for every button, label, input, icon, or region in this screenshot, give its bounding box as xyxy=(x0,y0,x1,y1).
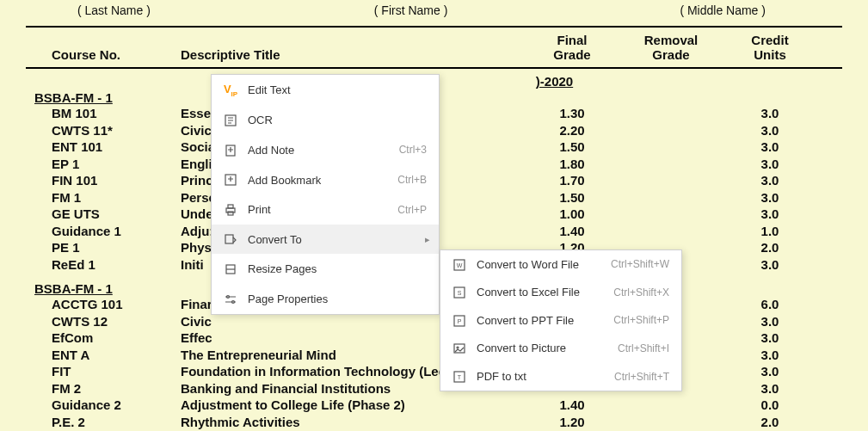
cell-course: Guidance 1 xyxy=(26,223,181,240)
cell-removal xyxy=(619,414,723,431)
menu-shortcut: Ctrl+Shift+T xyxy=(614,371,669,383)
cell-removal xyxy=(619,105,723,122)
submenu-word[interactable]: W Convert to Word File Ctrl+Shift+W xyxy=(440,250,681,279)
name-row: ( Last Name ) ( First Name ) ( Middle Na… xyxy=(26,0,842,26)
menu-resize-pages[interactable]: Resize Pages xyxy=(212,254,439,284)
menu-shortcut: Ctrl+P xyxy=(397,204,427,216)
cell-final: 1.50 xyxy=(525,139,619,156)
picture-icon xyxy=(449,342,470,356)
ocr-icon xyxy=(220,114,241,128)
header-title: Descriptive Title xyxy=(181,47,525,62)
cell-credit: 3.0 xyxy=(723,139,817,156)
cell-credit: 1.0 xyxy=(723,223,817,240)
cell-course: CWTS 12 xyxy=(26,313,181,330)
cell-course: Guidance 2 xyxy=(26,397,181,414)
cell-final: 1.40 xyxy=(525,223,619,240)
menu-label: Edit Text xyxy=(248,83,430,96)
submenu-txt[interactable]: T PDF to txt Ctrl+Shift+T xyxy=(440,362,681,391)
menu-label: Print xyxy=(248,203,397,216)
menu-shortcut: Ctrl+Shift+W xyxy=(611,258,669,270)
cell-course: FIN 101 xyxy=(26,172,181,189)
cell-credit: 3.0 xyxy=(723,206,817,223)
svg-point-17 xyxy=(457,347,459,348)
menu-label: Convert to Word File xyxy=(477,258,611,271)
menu-print[interactable]: Print Ctrl+P xyxy=(212,194,439,225)
menu-shortcut: Ctrl+Shift+P xyxy=(613,314,669,326)
cell-course: FM 2 xyxy=(26,380,181,397)
cell-final: 1.50 xyxy=(525,189,619,206)
cell-final: 1.00 xyxy=(525,206,619,223)
word-icon: W xyxy=(449,257,470,272)
cell-credit: 2.0 xyxy=(723,414,817,431)
cell-removal xyxy=(619,189,723,206)
table-row: P.E. 2Rhythmic Activities1.202.0 xyxy=(26,414,842,431)
menu-shortcut: Ctrl+Shift+I xyxy=(618,342,669,354)
cell-credit: 0.0 xyxy=(723,397,817,414)
cell-removal xyxy=(619,156,723,173)
excel-icon: S xyxy=(449,286,470,300)
menu-shortcut: Ctrl+Shift+X xyxy=(613,286,669,299)
cell-final: 1.30 xyxy=(525,105,619,122)
cell-credit: 3.0 xyxy=(723,156,817,173)
menu-label: Convert To xyxy=(248,233,420,246)
menu-label: Resize Pages xyxy=(248,262,430,275)
header-final: FinalGrade xyxy=(525,33,619,62)
context-menu: VIP Edit Text OCR Add Note Ctrl+3 Add Bo… xyxy=(211,74,440,315)
submenu-ppt[interactable]: P Convert to PPT File Ctrl+Shift+P xyxy=(440,306,681,335)
cell-credit: 2.0 xyxy=(723,239,817,256)
menu-add-bookmark[interactable]: Add Bookmark Ctrl+B xyxy=(212,165,439,195)
cell-credit: 6.0 xyxy=(723,296,817,313)
cell-final: 1.70 xyxy=(525,172,619,189)
menu-label: PDF to txt xyxy=(477,370,614,383)
txt-icon: T xyxy=(449,369,470,384)
cell-course: ENT A xyxy=(26,347,181,364)
cell-removal xyxy=(619,122,723,139)
svg-text:S: S xyxy=(458,290,462,296)
svg-rect-4 xyxy=(228,205,233,208)
cell-removal xyxy=(619,223,723,240)
cell-course: ACCTG 101 xyxy=(26,296,181,313)
cell-title: Rhythmic Activities xyxy=(181,414,525,431)
menu-convert-to[interactable]: Convert To ▸ xyxy=(212,225,439,255)
menu-page-properties[interactable]: Page Properties xyxy=(212,284,439,314)
menu-label: Add Bookmark xyxy=(248,174,397,187)
cell-credit: 3.0 xyxy=(723,189,817,206)
header-credit: CreditUnits xyxy=(723,33,817,62)
first-name-label: ( First Name ) xyxy=(374,3,448,17)
table-row: Guidance 2Adjustment to College Life (Ph… xyxy=(26,397,842,414)
header-removal: RemovalGrade xyxy=(619,33,723,62)
menu-shortcut: Ctrl+B xyxy=(397,174,427,186)
cell-credit: 3.0 xyxy=(723,105,817,122)
cell-course: ENT 101 xyxy=(26,139,181,156)
cell-removal xyxy=(619,397,723,414)
table-row: ENT AThe Entrepreneurial Mind3.0 xyxy=(26,347,842,364)
svg-text:P: P xyxy=(458,318,462,324)
table-header: Course No. Descriptive Title FinalGrade … xyxy=(26,26,842,69)
cell-final: 1.20 xyxy=(525,414,619,431)
cell-course: CWTS 11* xyxy=(26,122,181,139)
submenu-picture[interactable]: Convert to Picture Ctrl+Shift+I xyxy=(440,335,681,363)
properties-icon xyxy=(220,292,241,306)
convert-icon xyxy=(220,232,241,247)
cell-credit: 3.0 xyxy=(723,347,817,364)
cell-course: GE UTS xyxy=(26,206,181,223)
menu-ocr[interactable]: OCR xyxy=(212,106,439,136)
menu-label: Page Properties xyxy=(248,292,430,305)
resize-icon xyxy=(220,262,241,276)
menu-add-note[interactable]: Add Note Ctrl+3 xyxy=(212,135,439,165)
menu-label: Convert to PPT File xyxy=(477,314,613,327)
svg-rect-6 xyxy=(225,235,233,243)
menu-label: OCR xyxy=(248,114,430,126)
cell-course: P.E. 2 xyxy=(26,414,181,431)
convert-submenu: W Convert to Word File Ctrl+Shift+W S Co… xyxy=(440,249,682,391)
menu-edit-text[interactable]: VIP Edit Text xyxy=(212,75,439,106)
cell-credit: 3.0 xyxy=(723,172,817,189)
ppt-icon: P xyxy=(449,313,470,328)
vip-icon: VIP xyxy=(220,83,241,98)
cell-credit: 3.0 xyxy=(723,313,817,330)
last-name-label: ( Last Name ) xyxy=(77,3,151,17)
cell-final: 1.40 xyxy=(525,397,619,414)
submenu-excel[interactable]: S Convert to Excel File Ctrl+Shift+X xyxy=(440,279,681,307)
cell-final: 1.80 xyxy=(525,156,619,173)
cell-credit: 3.0 xyxy=(723,122,817,139)
